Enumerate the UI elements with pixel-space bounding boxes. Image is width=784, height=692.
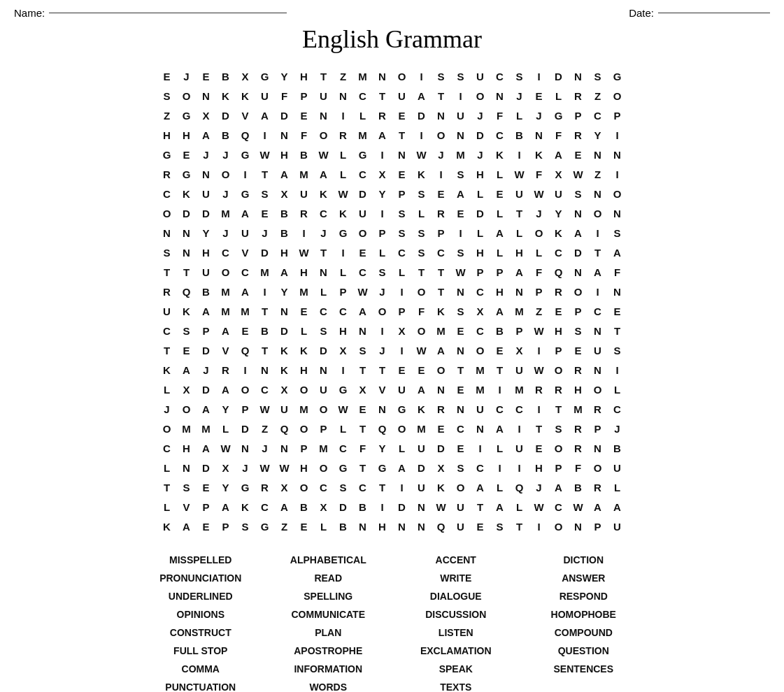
grid-cell: R [255,477,275,497]
grid-cell: P [392,301,412,321]
grid-cell: N [569,262,588,282]
grid-cell: N [392,145,412,164]
grid-cell: B [255,321,275,340]
grid-cell: F [490,106,510,125]
grid-cell: J [177,66,197,86]
grid-cell: L [314,282,334,301]
grid-cell: E [236,321,255,340]
grid-cell: R [569,360,588,380]
grid-cell: A [197,438,216,458]
grid-cell: E [529,86,549,106]
grid-cell: T [314,66,334,86]
grid-cell: E [177,145,197,164]
grid-cell: J [432,145,451,164]
grid-cell: B [216,66,236,86]
grid-cell: A [471,477,490,497]
grid-cell: H [490,282,510,301]
grid-cell: N [471,419,490,438]
grid-cell: E [197,66,216,86]
grid-cell: A [353,301,373,321]
grid-cell: W [334,399,353,419]
word-item: OPINIONS [141,607,262,621]
grid-cell: W [569,497,588,517]
grid-cell: W [510,164,529,184]
grid-cell: U [608,458,627,477]
grid-cell: N [197,164,216,184]
grid-cell: G [255,517,275,536]
grid-cell: P [588,517,608,536]
grid-cell: M [510,380,529,399]
grid-cell: N [451,125,471,145]
grid-cell: A [216,497,236,517]
grid-cell: M [294,399,314,419]
grid-cell: E [294,106,314,125]
grid-cell: K [157,360,177,380]
grid-cell: S [569,184,588,203]
grid-cell: S [255,184,275,203]
grid-cell: L [157,497,177,517]
grid-cell: C [353,477,373,497]
grid-cell: G [608,66,627,86]
grid-cell: E [451,380,471,399]
grid-cell: L [334,419,353,438]
grid-cell: C [549,243,569,262]
grid-cell: C [490,125,510,145]
grid-cell: L [510,497,529,517]
grid-cell: B [275,203,294,223]
word-item: LISTEN [396,626,517,640]
grid-cell: W [432,497,451,517]
grid-cell: G [549,106,569,125]
grid-cell: N [412,497,432,517]
grid-cell: C [588,106,608,125]
grid-cell: O [216,262,236,282]
grid-cell: D [275,106,294,125]
grid-cell: H [334,321,353,340]
grid-cell: Y [275,66,294,86]
grid-cell: X [510,340,529,360]
grid-cell: R [588,399,608,419]
grid-cell: N [569,203,588,223]
grid-cell: T [373,360,392,380]
word-list: MISSPELLEDALPHABETICALACCENTDICTIONPRONU… [127,553,658,692]
grid-cell: Q [549,262,569,282]
grid-cell: O [588,380,608,399]
grid-cell: U [197,184,216,203]
grid-cell: T [255,340,275,360]
grid-cell: K [432,301,451,321]
grid-cell: S [490,517,510,536]
name-label: Name: [14,7,45,19]
grid-cell: P [549,340,569,360]
word-item: ALPHABETICAL [268,553,389,567]
grid-cell: E [569,145,588,164]
grid-cell: T [549,399,569,419]
grid-cell: C [588,301,608,321]
grid-cell: O [373,301,392,321]
grid-cell: V [236,106,255,125]
grid-cell: F [353,438,373,458]
grid-cell: K [334,203,353,223]
grid-cell: I [510,419,529,438]
grid-cell: T [392,125,412,145]
grid-cell: E [490,340,510,360]
grid-cell: X [314,497,334,517]
grid-cell: U [236,223,255,243]
grid-cell: W [569,164,588,184]
grid-cell: U [510,360,529,380]
grid-cell: J [373,282,392,301]
word-item: DICTION [523,553,644,567]
grid-cell: N [588,184,608,203]
word-item: WORDS [268,680,389,692]
word-item: PLAN [268,626,389,640]
grid-cell: D [197,340,216,360]
grid-cell: A [275,497,294,517]
word-item: HOMOPHOBE [523,607,644,621]
grid-cell: I [490,458,510,477]
grid-cell: J [373,340,392,360]
word-item: READ [268,571,389,585]
grid-cell: X [216,458,236,477]
grid-cell: P [569,301,588,321]
grid-cell: T [157,262,177,282]
grid-cell: R [157,282,177,301]
grid-cell: E [412,360,432,380]
grid-cell: H [294,262,314,282]
